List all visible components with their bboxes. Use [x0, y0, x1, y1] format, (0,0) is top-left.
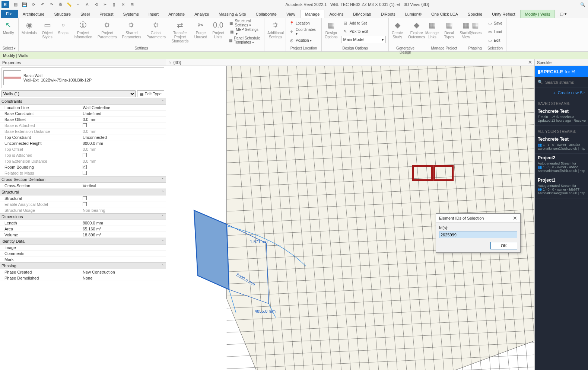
3d-canvas[interactable]: 1.571 rad 8000.0 mm 4855.0 mm Element ID…: [166, 66, 534, 370]
prop-value[interactable]: 18.896 m³: [81, 232, 166, 237]
prop-value[interactable]: [81, 251, 166, 256]
prop-row[interactable]: Unconnected Height8000.0 mm: [0, 140, 166, 146]
phases-button[interactable]: ▦Phases: [468, 19, 483, 36]
dialog-titlebar[interactable]: Element IDs of Selection ✕: [436, 214, 520, 223]
ribbon-tab-modify-walls[interactable]: Modify | Walls: [520, 10, 555, 18]
settings-btn-snaps[interactable]: ⌖Snaps: [56, 19, 70, 36]
settings-btn-project[interactable]: 0.0Project Units: [211, 19, 225, 40]
prop-value[interactable]: 0.0 mm: [81, 146, 166, 152]
prop-value[interactable]: 8000.0 mm: [81, 140, 166, 146]
prop-row[interactable]: Cross-SectionVertical: [0, 183, 166, 189]
additional-settings-button[interactable]: ⛭Additional Settings: [266, 19, 285, 40]
dialog-close-button[interactable]: ✕: [513, 215, 517, 221]
prop-value[interactable]: None: [81, 275, 166, 281]
prop-section-structural[interactable]: Structural⌃: [0, 189, 166, 195]
modify-button[interactable]: ↖Modify: [1, 19, 15, 36]
prop-value[interactable]: Unconnected: [81, 134, 166, 140]
prop-row[interactable]: Base Extension Distance0.0 mm: [0, 128, 166, 134]
qat-redo-icon[interactable]: ↷: [48, 1, 55, 8]
prop-row[interactable]: Phase DemolishedNone: [0, 275, 166, 281]
prop-value[interactable]: 8000.0 mm: [81, 220, 166, 226]
gendesign-create[interactable]: ◆Create Study: [390, 19, 404, 40]
prop-value[interactable]: [81, 195, 166, 201]
dialog-ids-input[interactable]: [439, 232, 517, 238]
prop-row[interactable]: Comments: [0, 251, 166, 256]
prop-row[interactable]: Structural UsageNon-bearing: [0, 207, 166, 213]
prop-row[interactable]: Base Offset0.0 mm: [0, 117, 166, 122]
dopt-picktoedit[interactable]: ✎Pick to Edit: [341, 27, 387, 35]
ribbon-tab-structure[interactable]: Structure: [49, 10, 76, 18]
prop-value[interactable]: 65.160 m²: [81, 226, 166, 232]
qat-sync-icon[interactable]: ⟳: [30, 1, 37, 8]
edit-type-button[interactable]: ▦Edit Type: [137, 90, 164, 97]
prop-section-dimensions[interactable]: Dimensions⌃: [0, 213, 166, 220]
qat-measure-icon[interactable]: 📏: [66, 1, 73, 8]
prop-value[interactable]: 0.0 mm: [81, 117, 166, 122]
prop-value[interactable]: Vertical: [81, 183, 166, 188]
prop-row[interactable]: Location LineWall Centerline: [0, 105, 166, 111]
speckle-stream[interactable]: Techcrete Testᛘmain ⎇d26522bc03Updated 1…: [535, 107, 588, 126]
prop-row[interactable]: Area65.160 m²: [0, 226, 166, 232]
ribbon-tab-misc[interactable]: ▢ ▾: [555, 10, 572, 18]
settings-btn-purge[interactable]: ✂Purge Unused: [193, 19, 209, 40]
ribbon-tab-architecture[interactable]: Architecture: [18, 10, 50, 18]
ribbon-tab-steel[interactable]: Steel: [76, 10, 95, 18]
mproj-decal[interactable]: ▦Decal Types: [442, 19, 456, 40]
qat-open-icon[interactable]: ▤: [12, 1, 19, 8]
projloc-coordinates[interactable]: ✛Coordinates ▾: [287, 28, 320, 36]
prop-row[interactable]: Length8000.0 mm: [0, 220, 166, 226]
ribbon-tab-collaborate[interactable]: Collaborate: [251, 10, 282, 18]
ribbon-tab-one-click-lca[interactable]: One Click LCA: [426, 10, 463, 18]
settings-small-structuralsettings[interactable]: ▦Structural Settings ▾: [228, 19, 263, 27]
settings-btn-materials[interactable]: ◉Materials: [20, 19, 38, 36]
qat-text-icon[interactable]: A: [83, 1, 91, 8]
prop-value[interactable]: Wall Centerline: [81, 105, 166, 110]
prop-row[interactable]: Room Bounding: [0, 164, 166, 170]
ribbon-tab-speckle[interactable]: Speckle: [463, 10, 487, 18]
prop-row[interactable]: Base is Attached: [0, 122, 166, 128]
qat-save-icon[interactable]: 💾: [21, 1, 28, 8]
ribbon-tab-analyze[interactable]: Analyze: [190, 10, 214, 18]
ribbon-tab-systems[interactable]: Systems: [118, 10, 143, 18]
ribbon-tab-annotate[interactable]: Annotate: [163, 10, 190, 18]
prop-row[interactable]: Base ConstraintUndefined: [0, 111, 166, 117]
prop-value[interactable]: Undefined: [81, 111, 166, 116]
prop-section-identity-data[interactable]: Identity Data⌃: [0, 238, 166, 245]
prop-row[interactable]: Top Extension Distance0.0 mm: [0, 158, 166, 164]
ribbon-tab-add-ins[interactable]: Add-Ins: [324, 10, 348, 18]
settings-small-panelscheduletemplates[interactable]: ▦Panel Schedule Templates ▾: [228, 36, 263, 44]
prop-row[interactable]: Enable Analytical Model: [0, 201, 166, 207]
dopt-addtoset[interactable]: ☑Add to Set: [341, 19, 387, 27]
properties-filter-select[interactable]: Walls (1): [1, 90, 136, 97]
qat-close-icon[interactable]: ✕: [119, 1, 127, 8]
prop-section-cross-section-definition[interactable]: Cross-Section Definition⌃: [0, 176, 166, 183]
prop-row[interactable]: Phase CreatedNew Construction: [0, 269, 166, 275]
prop-value[interactable]: New Construction: [81, 269, 166, 275]
prop-value[interactable]: [81, 256, 166, 262]
prop-value[interactable]: [81, 152, 166, 158]
settings-btn-transfer[interactable]: ⇄Transfer Project Standards: [169, 19, 191, 44]
prop-value[interactable]: [81, 245, 166, 250]
file-tab[interactable]: File: [1, 10, 18, 18]
qat-search-icon[interactable]: 🔍: [579, 1, 587, 8]
prop-value[interactable]: [81, 164, 166, 170]
design-options-button[interactable]: ▦Design Options: [323, 19, 339, 40]
projloc-position[interactable]: ◎Position ▾: [287, 36, 320, 44]
prop-section-phasing[interactable]: Phasing⌃: [0, 262, 166, 269]
prop-section-constraints[interactable]: Constraints⌃: [0, 98, 166, 105]
ribbon-tab-unity-reflect[interactable]: Unity Reflect: [487, 10, 520, 18]
prop-value[interactable]: [81, 122, 166, 128]
qat-print-icon[interactable]: 🖶: [57, 1, 64, 8]
prop-row[interactable]: Top ConstraintUnconnected: [0, 134, 166, 140]
prop-row[interactable]: Mark: [0, 256, 166, 262]
ribbon-tab-view[interactable]: View: [282, 10, 300, 18]
settings-small-mepsettings[interactable]: ▦MEP Settings ▾: [228, 28, 263, 36]
design-option-combo[interactable]: Main Model ▾: [341, 36, 386, 43]
checkbox[interactable]: [83, 153, 87, 157]
prop-row[interactable]: Related to Mass: [0, 170, 166, 176]
prop-value[interactable]: 0.0 mm: [81, 158, 166, 164]
settings-btn-project[interactable]: ⛭Project Parameters: [96, 19, 118, 40]
speckle-stream[interactable]: Project2Autogenerated Stream for👥1 · 0 ·…: [535, 154, 588, 176]
mproj-manage[interactable]: ▦Manage Links: [424, 19, 440, 40]
ribbon-tab-diroots[interactable]: DiRoots: [376, 10, 400, 18]
